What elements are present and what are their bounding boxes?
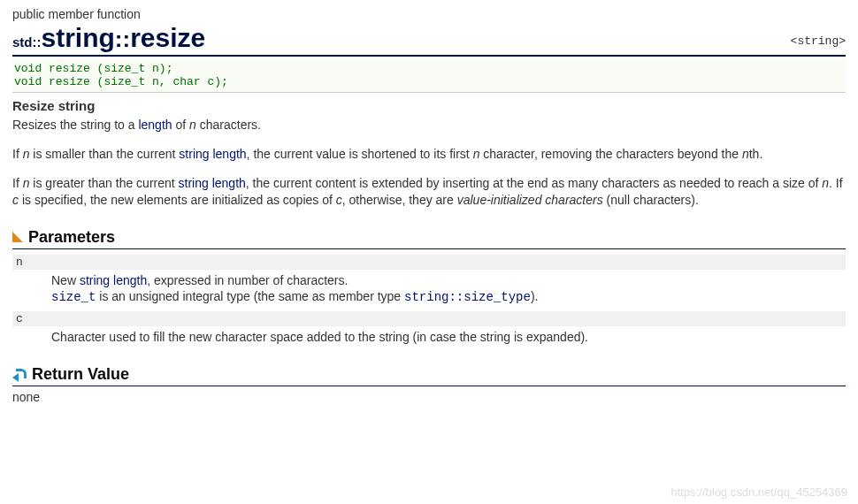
title-separator: :: xyxy=(115,26,130,52)
title-class: string xyxy=(42,23,115,52)
parameter-list: n New string length, expressed in number… xyxy=(12,255,846,347)
return-arrow-icon xyxy=(12,369,27,381)
title-function: resize xyxy=(130,23,205,52)
param-c-term: c xyxy=(12,311,846,326)
string-length-link-2[interactable]: string length xyxy=(179,176,246,190)
return-value-section: Return Value none xyxy=(12,365,846,404)
paragraph-1: Resizes the string to a length of n char… xyxy=(12,117,846,134)
parameters-section: Parameters n New string length, expresse… xyxy=(12,228,846,347)
header-include: <string> xyxy=(791,34,846,53)
title-row: std::string::resize <string> xyxy=(12,23,846,57)
page-title: std::string::resize xyxy=(12,23,205,53)
param-n-desc: New string length, expressed in number o… xyxy=(51,272,846,307)
paragraph-2: If n is smaller than the current string … xyxy=(12,146,846,163)
triangle-icon xyxy=(12,232,23,242)
string-length-link[interactable]: string length xyxy=(179,147,246,161)
signature-box: void resize (size_t n); void resize (siz… xyxy=(12,58,846,93)
string-size-type-link[interactable]: string::size_type xyxy=(404,290,531,304)
short-description: Resize string xyxy=(12,98,846,113)
param-n-term: n xyxy=(12,255,846,270)
paragraph-3: If n is greater than the current string … xyxy=(12,175,846,209)
size-t-link[interactable]: size_t xyxy=(51,290,96,304)
param-c-desc: Character used to fill the new character… xyxy=(51,329,846,346)
title-namespace: std:: xyxy=(12,34,42,50)
string-length-link-3[interactable]: string length xyxy=(80,273,147,287)
length-link[interactable]: length xyxy=(138,118,172,132)
category-label: public member function xyxy=(12,7,846,21)
parameters-heading: Parameters xyxy=(12,228,846,249)
return-value-text: none xyxy=(12,390,846,404)
return-value-heading: Return Value xyxy=(12,365,846,386)
